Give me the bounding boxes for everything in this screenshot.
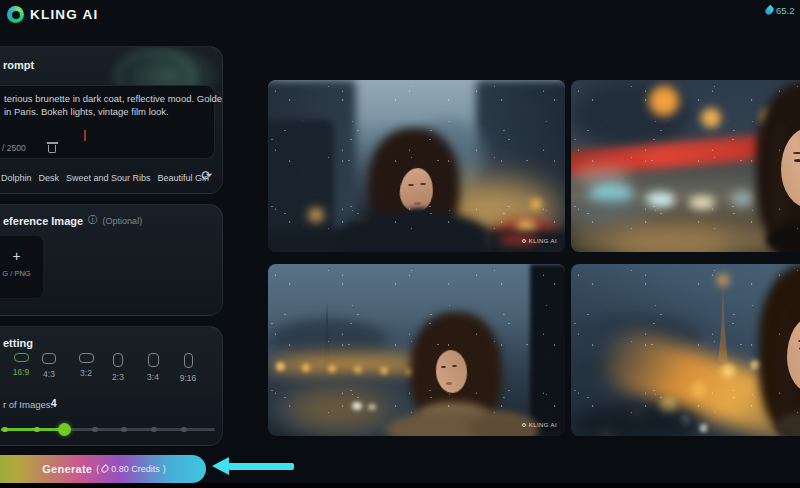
number-of-images-label: r of Images: [3, 399, 53, 410]
credits-value: 65.2 [776, 5, 795, 16]
generated-image-2[interactable]: KLING AI [571, 80, 800, 252]
slider-tick[interactable] [151, 427, 157, 433]
generate-button[interactable]: Generate ( 0.80 Credits ) [0, 455, 206, 483]
chip-sweet-and-sour-ribs[interactable]: Sweet and Sour Ribs [66, 173, 151, 183]
slider-tick[interactable] [34, 427, 40, 433]
kling-logo-icon [7, 6, 24, 23]
ratio-9-16[interactable]: 9:16 [175, 353, 201, 383]
ratio-4-3[interactable]: 4:3 [36, 353, 62, 379]
watermark: KLING AI [522, 238, 557, 244]
prompt-text-line2: in Paris. Bokeh lights, vintage film loo… [4, 106, 169, 117]
generate-cost: ( 0.80 Credits ) [96, 464, 166, 474]
rain-overlay [571, 80, 800, 252]
watermark-icon [522, 239, 526, 243]
rain-overlay [268, 80, 565, 252]
watermark-icon [522, 423, 526, 427]
setting-panel: etting 16:9 4:3 3:2 2:3 3:4 9:16 r of Im… [0, 326, 223, 446]
reference-image-title: eference Image [3, 215, 83, 227]
upload-reference-button[interactable]: + G / PNG [0, 235, 44, 299]
kling-ai-app: KLING AI 65.2 rompt terious brunette in … [0, 0, 800, 488]
credits-balance[interactable]: 65.2 [766, 5, 795, 16]
char-counter: / 2500 [2, 143, 26, 153]
info-icon[interactable]: ⓘ [88, 214, 98, 227]
slider-tick[interactable] [2, 427, 8, 433]
number-of-images-slider[interactable] [1, 421, 215, 437]
generated-image-grid: KLING AI [268, 80, 800, 436]
brand-name: KLING AI [30, 7, 98, 22]
upload-formats-label: G / PNG [0, 269, 43, 278]
optional-label: (Optional) [103, 216, 143, 226]
slider-tick[interactable] [121, 427, 127, 433]
ratio-3-2[interactable]: 3:2 [73, 353, 99, 378]
refresh-icon[interactable]: ⟳ [201, 168, 212, 183]
rain-overlay [268, 264, 565, 436]
aspect-ratio-selector: 16:9 4:3 3:2 2:3 3:4 9:16 [1, 353, 215, 405]
prompt-panel: rompt terious brunette in dark coat, ref… [0, 46, 223, 194]
slider-tick[interactable] [92, 427, 98, 433]
chip-desk[interactable]: Desk [39, 173, 60, 183]
plus-icon: + [0, 249, 43, 263]
text-caret [84, 130, 86, 141]
generate-label: Generate [42, 463, 92, 475]
setting-title: etting [3, 337, 33, 349]
number-of-images-value: 4 [51, 398, 57, 409]
ratio-16-9[interactable]: 16:9 [8, 353, 34, 377]
arrow-head [212, 457, 229, 475]
slider-knob[interactable] [58, 423, 71, 436]
letterbox-bottom [0, 483, 800, 488]
chip-dolphin[interactable]: Dolphin [1, 173, 32, 183]
reference-image-panel: eference Image ⓘ (Optional) + G / PNG [0, 204, 223, 316]
prompt-textarea[interactable]: terious brunette in dark coat, reflectiv… [0, 85, 215, 159]
generated-image-3[interactable]: KLING AI [268, 264, 565, 436]
prompt-text-line1: terious brunette in dark coat, reflectiv… [4, 93, 223, 104]
prompt-suggestion-chips: Dolphin Desk Sweet and Sour Ribs Beautif… [1, 173, 209, 183]
generated-image-4[interactable]: KLING AI [571, 264, 800, 436]
cost-droplet-icon [100, 464, 110, 474]
ratio-2-3[interactable]: 2:3 [105, 353, 131, 382]
pointer-arrow-annotation [212, 457, 294, 476]
generated-image-1[interactable]: KLING AI [268, 80, 565, 252]
rain-overlay [571, 264, 800, 436]
slider-tick[interactable] [181, 427, 187, 433]
trash-icon[interactable] [48, 145, 56, 153]
brand-logo[interactable]: KLING AI [7, 6, 98, 23]
credits-droplet-icon [764, 5, 775, 16]
prompt-title: rompt [3, 59, 34, 71]
top-bar: KLING AI 65.2 [0, 0, 800, 30]
arrow-shaft [228, 463, 294, 470]
watermark: KLING AI [522, 422, 557, 428]
ratio-3-4[interactable]: 3:4 [140, 353, 166, 382]
